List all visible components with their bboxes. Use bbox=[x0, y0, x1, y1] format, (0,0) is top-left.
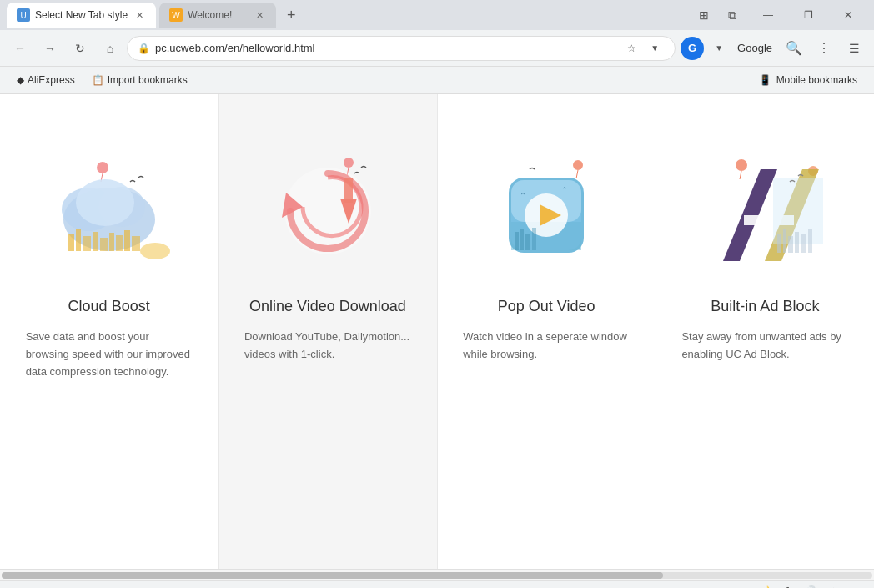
svg-rect-34 bbox=[515, 232, 519, 250]
minimize-button[interactable]: — bbox=[749, 3, 787, 28]
cloud-boost-desc: Save data and boost your browsing speed … bbox=[26, 329, 193, 380]
ad-block-title: Built-in Ad Block bbox=[711, 298, 819, 315]
feature-card-pop-out-video: Pop Out Video Watch video in a seperate … bbox=[438, 94, 656, 569]
video-download-desc: Download YouTube, Dailymotion... videos … bbox=[244, 329, 411, 364]
svg-line-39 bbox=[740, 171, 741, 179]
forward-button[interactable]: → bbox=[37, 35, 63, 62]
svg-rect-50 bbox=[808, 229, 812, 253]
svg-rect-48 bbox=[795, 232, 799, 253]
security-icon: 🔒 bbox=[138, 43, 150, 54]
pop-out-video-illustration bbox=[471, 128, 621, 278]
navigation-bar: ← → ↻ ⌂ 🔒 pc.ucweb.com/en/helloworld.htm… bbox=[0, 30, 874, 67]
import-label: Import bookmarks bbox=[108, 74, 188, 86]
mobile-bookmarks-button[interactable]: 📱 Mobile bookmarks bbox=[752, 71, 864, 89]
ad-block-illustration bbox=[690, 128, 840, 278]
tab-select-new-tab-style[interactable]: U Select New Tab style ✕ bbox=[7, 3, 156, 28]
svg-text:U: U bbox=[20, 11, 26, 20]
close-button[interactable]: ✕ bbox=[829, 3, 867, 28]
bookmark-import[interactable]: 📋 Import bookmarks bbox=[85, 71, 194, 89]
svg-rect-13 bbox=[93, 232, 98, 251]
bookmark-aliexpress[interactable]: ◆ AliExpress bbox=[10, 71, 82, 89]
back-button[interactable]: ← bbox=[7, 35, 33, 62]
feature-card-video-download: Online Video Download Download YouTube, … bbox=[218, 94, 437, 569]
svg-rect-36 bbox=[525, 234, 530, 250]
maximize-button[interactable]: ❐ bbox=[789, 3, 827, 28]
svg-rect-46 bbox=[783, 229, 786, 253]
tab-bar: U Select New Tab style ✕ W Welcome! ✕ + … bbox=[0, 0, 874, 30]
tab2-close[interactable]: ✕ bbox=[253, 8, 266, 22]
aliexpress-icon: ◆ bbox=[17, 74, 24, 86]
svg-point-22 bbox=[284, 168, 371, 254]
horizontal-scrollbar[interactable] bbox=[0, 569, 874, 580]
svg-rect-17 bbox=[124, 230, 130, 251]
profile-button[interactable]: G bbox=[681, 37, 704, 60]
tab2-title: Welcome! bbox=[188, 9, 248, 21]
svg-rect-47 bbox=[788, 236, 793, 253]
svg-point-38 bbox=[736, 159, 747, 171]
svg-line-27 bbox=[576, 170, 578, 178]
refresh-button[interactable]: ↻ bbox=[67, 35, 93, 62]
home-button[interactable]: ⌂ bbox=[97, 35, 123, 62]
tab2-favicon: W bbox=[169, 8, 183, 22]
extensions-icon[interactable]: ⧉ bbox=[719, 2, 746, 28]
import-icon: 📋 bbox=[92, 74, 104, 86]
svg-rect-45 bbox=[777, 234, 781, 253]
feature-card-ad-block: Built-in Ad Block Stay away from unwante… bbox=[656, 94, 874, 569]
aliexpress-label: AliExpress bbox=[28, 74, 75, 86]
sidebar-icon[interactable]: ⊞ bbox=[691, 2, 717, 28]
svg-rect-15 bbox=[109, 233, 114, 251]
tab-welcome[interactable]: W Welcome! ✕ bbox=[159, 3, 276, 28]
svg-point-9 bbox=[76, 179, 134, 226]
bookmarks-bar: ◆ AliExpress 📋 Import bookmarks 📱 Mobile… bbox=[0, 67, 874, 93]
search-engine-label[interactable]: Google bbox=[732, 40, 777, 56]
new-tab-button[interactable]: + bbox=[279, 3, 303, 27]
svg-rect-49 bbox=[801, 234, 806, 253]
address-text: pc.ucweb.com/en/helloworld.html bbox=[155, 42, 616, 54]
mobile-bookmarks-label: Mobile bookmarks bbox=[776, 74, 857, 86]
cloud-boost-illustration bbox=[34, 128, 184, 278]
feature-card-cloud-boost: Cloud Boost Save data and boost your bro… bbox=[0, 94, 218, 569]
tab1-title: Select New Tab style bbox=[35, 9, 128, 21]
tab1-close[interactable]: ✕ bbox=[133, 8, 146, 22]
svg-point-26 bbox=[573, 160, 583, 170]
search-button[interactable]: 🔍 bbox=[781, 35, 807, 62]
address-bar[interactable]: 🔒 pc.ucweb.com/en/helloworld.html ☆ ▼ bbox=[127, 36, 676, 61]
video-download-illustration bbox=[253, 128, 403, 278]
extensions-button[interactable]: ☰ bbox=[841, 35, 867, 62]
ad-block-desc: Stay away from unwanted ads by enabling … bbox=[681, 329, 848, 364]
status-bar: 🌙 ⬇ 🔊 ⊕ 100% bbox=[0, 580, 874, 588]
pop-out-video-title: Pop Out Video bbox=[498, 298, 595, 315]
pop-out-video-desc: Watch video in a seperate window while b… bbox=[463, 329, 630, 364]
svg-rect-12 bbox=[83, 236, 91, 251]
star-button[interactable]: ☆ bbox=[621, 38, 641, 58]
video-download-title: Online Video Download bbox=[249, 298, 406, 315]
svg-rect-10 bbox=[68, 234, 74, 251]
more-menu-button[interactable]: ⋮ bbox=[811, 35, 837, 62]
svg-text:W: W bbox=[172, 11, 180, 20]
svg-point-20 bbox=[344, 158, 354, 168]
svg-rect-16 bbox=[116, 235, 123, 251]
svg-rect-18 bbox=[132, 236, 140, 251]
cloud-boost-title: Cloud Boost bbox=[68, 298, 150, 315]
tab1-favicon: U bbox=[17, 8, 30, 22]
main-content: Cloud Boost Save data and boost your bro… bbox=[0, 94, 874, 569]
dropdown-button[interactable]: ▼ bbox=[645, 38, 665, 58]
svg-rect-14 bbox=[100, 238, 108, 251]
scroll-track bbox=[2, 572, 872, 579]
svg-rect-25 bbox=[344, 178, 353, 203]
mobile-bookmarks-icon: 📱 bbox=[759, 74, 771, 86]
profile-letter: G bbox=[688, 42, 696, 54]
svg-rect-11 bbox=[76, 229, 81, 251]
svg-rect-35 bbox=[520, 229, 524, 250]
window-controls: — ❐ ✕ bbox=[749, 3, 867, 28]
svg-point-19 bbox=[140, 243, 170, 259]
profile-dropdown[interactable]: ▼ bbox=[709, 38, 729, 58]
scroll-thumb[interactable] bbox=[2, 572, 663, 579]
svg-point-4 bbox=[97, 162, 108, 173]
svg-rect-37 bbox=[532, 228, 536, 250]
